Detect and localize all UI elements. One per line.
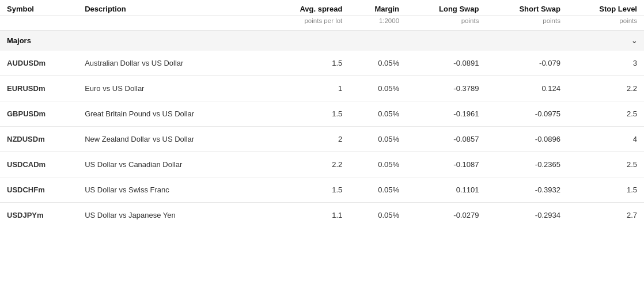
sub-description — [78, 16, 266, 31]
cell-stop-level: 2.5 — [567, 152, 644, 177]
cell-symbol: AUDUSDm — [0, 51, 78, 76]
table-row: USDJPYmUS Dollar vs Japanese Yen1.10.05%… — [0, 203, 644, 228]
cell-symbol: USDCADm — [0, 152, 78, 177]
cell-stop-level: 1.5 — [567, 177, 644, 203]
sub-avg-spread: points per lot — [266, 16, 349, 31]
cell-symbol: GBPUSDm — [0, 101, 78, 127]
sub-symbol — [0, 16, 78, 31]
cell-stop-level: 2.5 — [567, 101, 644, 127]
cell-avg-spread: 1.5 — [266, 177, 349, 203]
cell-margin: 0.05% — [349, 51, 406, 76]
cell-description: US Dollar vs Japanese Yen — [78, 203, 266, 228]
section-label: Majors — [7, 36, 31, 45]
subheader-row: points per lot 1:2000 points points poin… — [0, 16, 644, 31]
cell-description: Australian Dollar vs US Dollar — [78, 51, 266, 76]
cell-symbol: USDCHFm — [0, 177, 78, 203]
cell-long-swap: -0.0891 — [406, 51, 486, 76]
cell-avg-spread: 2 — [266, 127, 349, 152]
cell-avg-spread: 2.2 — [266, 152, 349, 177]
cell-short-swap: -0.3932 — [486, 177, 567, 203]
cell-long-swap: 0.1101 — [406, 177, 486, 203]
table-body: Majors⌄AUDUSDmAustralian Dollar vs US Do… — [0, 31, 644, 228]
sub-margin: 1:2000 — [349, 16, 406, 31]
col-long-swap: Long Swap — [406, 0, 486, 16]
cell-margin: 0.05% — [349, 101, 406, 127]
cell-avg-spread: 1 — [266, 76, 349, 101]
sub-long-swap: points — [406, 16, 486, 31]
section-header-majors[interactable]: Majors⌄ — [0, 31, 644, 51]
cell-margin: 0.05% — [349, 177, 406, 203]
cell-long-swap: -0.1087 — [406, 152, 486, 177]
table-row: NZDUSDmNew Zealand Dollar vs US Dollar20… — [0, 127, 644, 152]
cell-description: Great Britain Pound vs US Dollar — [78, 101, 266, 127]
cell-short-swap: -0.2365 — [486, 152, 567, 177]
cell-avg-spread: 1.5 — [266, 51, 349, 76]
cell-avg-spread: 1.1 — [266, 203, 349, 228]
col-description: Description — [78, 0, 266, 16]
cell-symbol: EURUSDm — [0, 76, 78, 101]
table-container: Symbol Description Avg. spread Margin Lo… — [0, 0, 644, 228]
cell-short-swap: -0.079 — [486, 51, 567, 76]
table-row: GBPUSDmGreat Britain Pound vs US Dollar1… — [0, 101, 644, 127]
col-stop-level: Stop Level — [567, 0, 644, 16]
cell-margin: 0.05% — [349, 127, 406, 152]
cell-symbol: NZDUSDm — [0, 127, 78, 152]
forex-table: Symbol Description Avg. spread Margin Lo… — [0, 0, 644, 228]
cell-stop-level: 3 — [567, 51, 644, 76]
col-short-swap: Short Swap — [486, 0, 567, 16]
cell-description: US Dollar vs Swiss Franc — [78, 177, 266, 203]
table-row: USDCADmUS Dollar vs Canadian Dollar2.20.… — [0, 152, 644, 177]
cell-margin: 0.05% — [349, 152, 406, 177]
table-row: USDCHFmUS Dollar vs Swiss Franc1.50.05%0… — [0, 177, 644, 203]
cell-short-swap: 0.124 — [486, 76, 567, 101]
cell-short-swap: -0.0896 — [486, 127, 567, 152]
table-row: AUDUSDmAustralian Dollar vs US Dollar1.5… — [0, 51, 644, 76]
cell-margin: 0.05% — [349, 203, 406, 228]
col-avg-spread: Avg. spread — [266, 0, 349, 16]
sub-stop-level: points — [567, 16, 644, 31]
cell-long-swap: -0.3789 — [406, 76, 486, 101]
cell-long-swap: -0.1961 — [406, 101, 486, 127]
cell-symbol: USDJPYm — [0, 203, 78, 228]
sub-short-swap: points — [486, 16, 567, 31]
cell-short-swap: -0.0975 — [486, 101, 567, 127]
cell-stop-level: 4 — [567, 127, 644, 152]
cell-long-swap: -0.0279 — [406, 203, 486, 228]
header-row: Symbol Description Avg. spread Margin Lo… — [0, 0, 644, 16]
cell-description: New Zealand Dollar vs US Dollar — [78, 127, 266, 152]
cell-stop-level: 2.2 — [567, 76, 644, 101]
cell-short-swap: -0.2934 — [486, 203, 567, 228]
cell-margin: 0.05% — [349, 76, 406, 101]
col-symbol: Symbol — [0, 0, 78, 16]
chevron-icon: ⌄ — [631, 37, 637, 45]
cell-long-swap: -0.0857 — [406, 127, 486, 152]
table-row: EURUSDmEuro vs US Dollar10.05%-0.37890.1… — [0, 76, 644, 101]
cell-stop-level: 2.7 — [567, 203, 644, 228]
cell-description: US Dollar vs Canadian Dollar — [78, 152, 266, 177]
col-margin: Margin — [349, 0, 406, 16]
cell-description: Euro vs US Dollar — [78, 76, 266, 101]
cell-avg-spread: 1.5 — [266, 101, 349, 127]
